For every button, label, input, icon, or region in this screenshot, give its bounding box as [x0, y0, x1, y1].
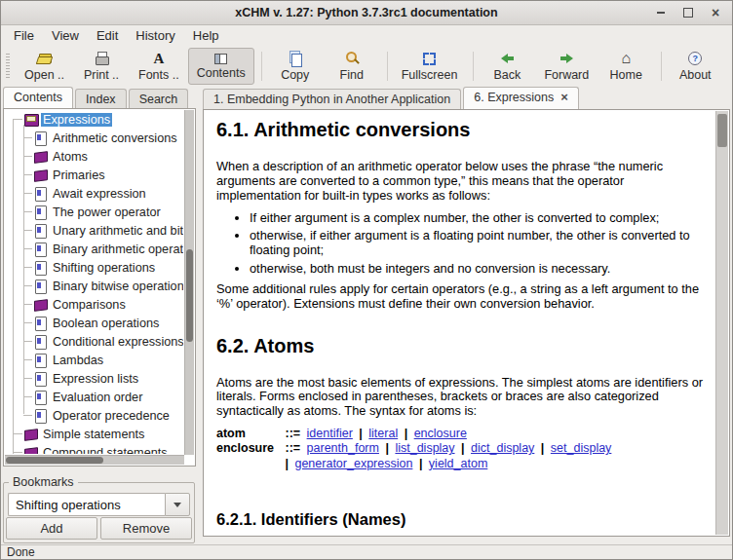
tree-item-label: Unary arithmetic and bitwis: [51, 224, 183, 238]
paragraph: Some additional rules apply for certain …: [216, 282, 709, 312]
grammar-block: atom ::= identifier | literal: [216, 427, 709, 471]
bookmark-select[interactable]: Shifting operations: [8, 493, 165, 516]
tree-vertical-scrollbar-thumb[interactable]: [186, 249, 193, 342]
grammar-token[interactable]: generator_expression: [294, 457, 412, 470]
status-text: Done: [7, 545, 35, 559]
tree-item[interactable]: Binary bitwise operations: [5, 277, 183, 295]
grammar-token[interactable]: enclosure: [414, 427, 467, 440]
window-title: xCHM v. 1.27: Python 3.7.3rc1 documentat…: [1, 6, 732, 19]
tree-item[interactable]: Primaries: [5, 166, 183, 184]
toolbar-drag-handle[interactable]: [6, 54, 10, 79]
page-icon: [34, 354, 47, 366]
grammar-token[interactable]: parenth_form: [307, 441, 379, 455]
tree-item[interactable]: Binary arithmetic operation: [5, 240, 183, 258]
tree-item[interactable]: Conditional expressions: [5, 332, 183, 351]
toolbar-button[interactable]: Contents: [188, 48, 254, 85]
tree-horizontal-scrollbar-thumb[interactable]: [6, 457, 103, 464]
list-item: otherwise, both must be integers and no …: [250, 262, 709, 277]
menu-item[interactable]: Edit: [88, 27, 127, 44]
tree-item[interactable]: Expression lists: [5, 369, 183, 388]
page-icon: [34, 224, 47, 237]
copy-icon: [287, 51, 304, 66]
bookmark-dropdown-button[interactable]: [165, 493, 190, 516]
toolbar-button[interactable]: Back: [479, 48, 535, 85]
tree-item[interactable]: Expressions: [5, 110, 183, 129]
tree-item[interactable]: Boolean operations: [5, 314, 183, 332]
tree-item[interactable]: Shifting operations: [5, 258, 183, 277]
menu-item[interactable]: Help: [184, 27, 228, 44]
grammar-line: | generator_expression | yield_atom: [216, 457, 709, 471]
sidebar-tab[interactable]: Index: [75, 89, 127, 108]
toolbar-button[interactable]: Open ..: [16, 48, 73, 85]
document-scrollbar[interactable]: [715, 111, 728, 535]
close-icon[interactable]: [709, 6, 722, 19]
tree-item[interactable]: Lambdas: [5, 351, 183, 369]
grammar-token: |: [402, 427, 411, 440]
grammar-token[interactable]: list_display: [395, 441, 454, 455]
tree-item-label: Comparisons: [51, 298, 128, 312]
tree-item-label: Arithmetic conversions: [51, 131, 179, 145]
content-tab[interactable]: 6. Expressions: [463, 87, 579, 109]
about-icon: [686, 51, 704, 66]
toolbar-button-label: Print ..: [84, 68, 119, 82]
sidebar-tab[interactable]: Contents: [3, 87, 73, 108]
grammar-token[interactable]: dict_display: [471, 441, 534, 455]
toolbar-button-label: Copy: [281, 68, 309, 82]
toolbar-button[interactable]: Home: [598, 48, 654, 85]
toolbar-button[interactable]: Fonts ..: [130, 48, 188, 85]
book-closed-icon: [34, 150, 47, 163]
tree-item[interactable]: Compound statements: [5, 443, 183, 454]
grammar-token[interactable]: literal: [368, 427, 398, 440]
menu-item[interactable]: File: [5, 27, 43, 44]
page-icon: [34, 372, 47, 385]
minimize-icon[interactable]: [654, 6, 668, 19]
toolbar-button[interactable]: Find: [324, 48, 380, 85]
add-bookmark-button[interactable]: Add: [6, 517, 97, 540]
list-item: If either argument is a complex number, …: [250, 211, 709, 226]
toolbar: Open .. Print .. Fonts .. Contents Copy: [1, 46, 732, 87]
tree-item[interactable]: Atoms: [5, 147, 183, 166]
toolbar-button-label: Fonts ..: [138, 68, 179, 82]
tree-item[interactable]: Operator precedence: [5, 406, 183, 425]
page-icon: [34, 409, 47, 422]
toolbar-button[interactable]: Forward: [535, 48, 598, 85]
sidebar-tab[interactable]: Search: [129, 89, 189, 108]
document-scrollbar-thumb[interactable]: [717, 114, 727, 147]
tree-item-label: Boolean operations: [51, 317, 161, 330]
grammar-token: ::=: [282, 427, 303, 440]
tree-item-label: Operator precedence: [51, 409, 172, 423]
tree-horizontal-scrollbar[interactable]: [5, 455, 184, 465]
grammar-token[interactable]: yield_atom: [429, 457, 487, 470]
grammar-token[interactable]: set_display: [551, 441, 612, 455]
tree-item-label: Atoms: [51, 150, 90, 164]
grammar-line: atom ::= identifier | literal: [216, 427, 709, 441]
tree-item[interactable]: Await expression: [5, 184, 183, 203]
grammar-token[interactable]: identifier: [307, 427, 353, 440]
section-heading-6-1: 6.1. Arithmetic conversions: [216, 119, 709, 140]
tree-item[interactable]: Simple statements: [5, 425, 183, 443]
tree-item[interactable]: Arithmetic conversions: [5, 129, 183, 147]
menu-item[interactable]: History: [127, 27, 183, 44]
grammar-token: enclosure: [216, 441, 279, 456]
content-tab-label: 6. Expressions: [474, 91, 554, 104]
tree-vertical-scrollbar[interactable]: [184, 110, 194, 455]
tree-item-label: Simple statements: [41, 428, 146, 441]
toolbar-button[interactable]: About: [667, 48, 723, 85]
tree-item[interactable]: Unary arithmetic and bitwis: [5, 221, 183, 240]
toolbar-button[interactable]: Fullscreen: [393, 48, 467, 85]
tab-close-icon[interactable]: [560, 91, 568, 104]
toolbar-button-label: Fullscreen: [402, 68, 458, 82]
paragraph: When a description of an arithmetic oper…: [216, 160, 709, 204]
menu-item[interactable]: View: [43, 27, 88, 44]
toolbar-button[interactable]: Print ..: [73, 48, 130, 85]
bookmark-combobox[interactable]: Shifting operations: [8, 493, 190, 516]
toolbar-button[interactable]: Copy: [267, 48, 324, 85]
tree-item[interactable]: Comparisons: [5, 295, 183, 314]
bookmark-buttons: Add Remove: [6, 517, 192, 540]
remove-bookmark-button[interactable]: Remove: [100, 517, 192, 540]
tree-item[interactable]: The power operator: [5, 203, 183, 221]
tree-item[interactable]: Evaluation order: [5, 388, 183, 406]
section-heading-6-2-1: 6.2.1. Identifiers (Names): [216, 510, 709, 529]
maximize-icon[interactable]: [681, 6, 695, 19]
content-tab[interactable]: 1. Embedding Python in Another Applicati…: [203, 89, 461, 109]
